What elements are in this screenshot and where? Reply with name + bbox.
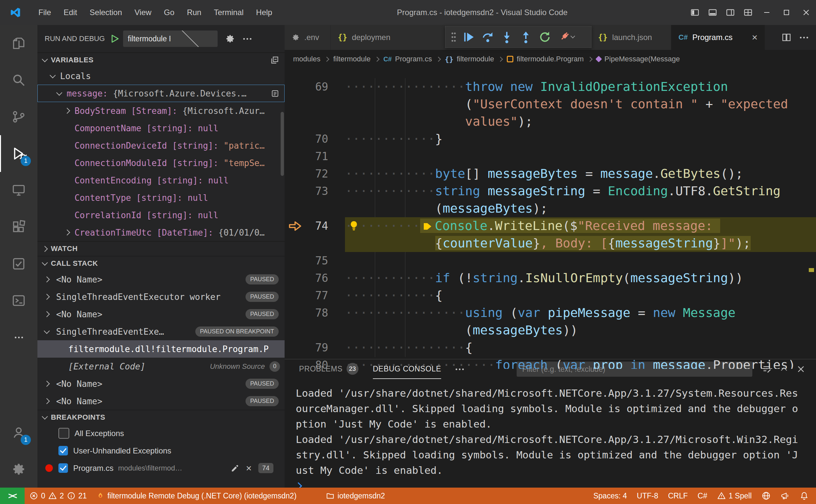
menu-edit[interactable]: Edit xyxy=(57,0,83,25)
breakpoint-gutter[interactable] xyxy=(284,113,305,130)
variable-row[interactable]: ContentEncoding [string]: null xyxy=(37,172,284,189)
breakpoint-checkbox[interactable] xyxy=(58,446,68,455)
debug-console-output[interactable]: Loaded '/usr/share/dotnet/shared/Microso… xyxy=(284,379,816,488)
breakpoint-gutter[interactable] xyxy=(284,78,305,95)
spell-checker-status[interactable]: 1 Spell xyxy=(712,488,757,504)
toggle-sidebar-icon[interactable] xyxy=(686,0,704,25)
breakpoint-row[interactable]: User-Unhandled Exceptions xyxy=(37,442,284,459)
breadcrumb-item[interactable]: {}filtermodule xyxy=(445,55,494,63)
tab-.env[interactable]: .env xyxy=(284,25,330,50)
stack-frame-row[interactable]: filtermodule.dll!filtermodule.Program.P xyxy=(37,340,284,358)
split-editor-icon[interactable] xyxy=(782,32,791,42)
tab-launch.json[interactable]: {}launch.json xyxy=(591,25,671,50)
eol-status[interactable]: CRLF xyxy=(663,488,693,504)
breadcrumb-item[interactable]: modules xyxy=(293,55,320,63)
restart-button[interactable] xyxy=(535,28,555,47)
stack-thread-row[interactable]: SingleThreadEventExecutor workerPAUSED xyxy=(37,288,284,305)
views-more-icon[interactable] xyxy=(239,30,256,47)
breakpoint-gutter[interactable] xyxy=(284,322,305,339)
search-icon[interactable] xyxy=(0,62,37,98)
breakpoint-gutter[interactable] xyxy=(284,95,305,113)
variable-row[interactable]: Locals xyxy=(37,67,284,85)
language-status[interactable]: C# xyxy=(693,488,712,504)
step-over-button[interactable] xyxy=(478,28,497,47)
code-line[interactable]: 72············byte[] messageBytes = mess… xyxy=(284,165,816,182)
breakpoint-gutter[interactable] xyxy=(284,356,305,369)
indentation-status[interactable]: Spaces: 4 xyxy=(589,488,632,504)
toggle-secondary-sidebar-icon[interactable] xyxy=(722,0,739,25)
menu-help[interactable]: Help xyxy=(250,0,278,25)
accounts-icon[interactable]: 1 xyxy=(0,414,37,451)
source-control-icon[interactable] xyxy=(0,98,37,135)
continue-button[interactable] xyxy=(459,28,478,47)
stack-frame-row[interactable]: [External Code]Unknown Source0 xyxy=(37,358,284,375)
edit-breakpoint-icon[interactable] xyxy=(231,464,239,473)
close-tab-icon[interactable]: × xyxy=(750,32,760,43)
breadcrumb-item[interactable]: PipeMessage(Message xyxy=(596,55,680,63)
code-line[interactable]: 78················using (var pipeMessage… xyxy=(284,304,816,322)
maximize-button[interactable] xyxy=(777,0,796,25)
code-line[interactable]: 79················{ xyxy=(284,339,816,356)
variable-row[interactable]: message: {Microsoft.Azure.Devices.… xyxy=(37,85,284,102)
breakpoint-gutter[interactable] xyxy=(284,252,305,269)
run-and-debug-icon[interactable]: 1 xyxy=(0,135,37,172)
code-line[interactable]: 77············{ xyxy=(284,287,816,304)
code-line[interactable]: 73············string messageString = Enc… xyxy=(284,182,816,200)
close-button[interactable] xyxy=(796,0,816,25)
code-line[interactable]: 76············if (!string.IsNullOrEmpty(… xyxy=(284,269,816,287)
launch-config-dropdown[interactable]: filtermodule Re xyxy=(123,31,218,47)
iot-terminal-icon[interactable] xyxy=(0,282,37,319)
workspace-folder[interactable]: iotedgemsdn2 xyxy=(321,488,390,504)
extensions-icon[interactable] xyxy=(0,209,37,245)
remote-indicator[interactable]: >< xyxy=(0,488,25,504)
code-line[interactable]: (messageBytes); xyxy=(284,200,816,217)
watch-section-header[interactable]: WATCH xyxy=(37,241,284,256)
breakpoint-gutter[interactable] xyxy=(284,339,305,356)
notifications-status[interactable] xyxy=(795,488,816,504)
customize-layout-icon[interactable] xyxy=(739,0,757,25)
step-into-button[interactable] xyxy=(497,28,516,47)
breakpoint-checkbox[interactable] xyxy=(58,463,68,473)
breakpoint-gutter[interactable] xyxy=(284,148,305,165)
menu-file[interactable]: File xyxy=(32,0,57,25)
explorer-icon[interactable] xyxy=(0,25,37,62)
breakpoint-gutter[interactable] xyxy=(284,200,305,217)
debug-session-status[interactable]: filtermodule Remote Debug (.NET Core) (i… xyxy=(92,488,301,504)
stack-thread-row[interactable]: <No Name>PAUSED xyxy=(37,271,284,288)
menu-terminal[interactable]: Terminal xyxy=(207,0,250,25)
tab-Program.cs[interactable]: C#Program.cs× xyxy=(671,25,765,50)
code-line[interactable]: 69················throw new InvalidOpera… xyxy=(284,78,816,95)
collapse-all-icon[interactable] xyxy=(266,52,283,69)
encoding-status[interactable]: UTF-8 xyxy=(632,488,663,504)
menu-go[interactable]: Go xyxy=(157,0,180,25)
variable-row[interactable]: CreationTimeUtc [DateTime]: {01/01/0… xyxy=(37,224,284,241)
code-line[interactable]: (messageBytes)) xyxy=(284,322,816,339)
console-input[interactable] xyxy=(296,478,816,488)
variable-row[interactable]: ConnectionModuleId [string]: "tempSe… xyxy=(37,154,284,172)
stack-thread-row[interactable]: <No Name>PAUSED xyxy=(37,305,284,323)
code-line[interactable]: ("UserContext doesn't contain " + "expec… xyxy=(284,95,816,113)
breakpoint-row[interactable]: Program.csmodules\filtermod…×74 xyxy=(37,459,284,477)
code-line[interactable]: values"); xyxy=(284,113,816,130)
breakpoint-checkbox[interactable] xyxy=(58,428,69,439)
code-line[interactable]: 75 xyxy=(284,252,816,269)
test-explorer-icon[interactable] xyxy=(0,245,37,282)
code-line[interactable]: 80····················foreach (var prop … xyxy=(284,356,816,369)
stack-thread-row[interactable]: <No Name>PAUSED xyxy=(37,392,284,410)
settings-gear-icon[interactable] xyxy=(0,451,37,488)
code-line[interactable]: 74··········Console.WriteLine($"Received… xyxy=(284,217,816,235)
code-line[interactable]: {counterValue}, Body: [{messageString}]"… xyxy=(284,235,816,252)
lightbulb-icon[interactable] xyxy=(349,221,359,231)
breakpoint-gutter[interactable] xyxy=(284,165,305,182)
breadcrumb-item[interactable]: C#Program.cs xyxy=(383,55,432,63)
breakpoint-gutter[interactable] xyxy=(284,269,305,287)
remote-explorer-icon[interactable] xyxy=(0,172,37,209)
breakpoint-gutter[interactable] xyxy=(284,304,305,322)
menu-selection[interactable]: Selection xyxy=(83,0,128,25)
variable-row[interactable]: ComponentName [string]: null xyxy=(37,119,284,137)
view-binary-icon[interactable] xyxy=(271,89,279,98)
breakpoint-gutter[interactable] xyxy=(284,235,305,252)
breakpoints-section-header[interactable]: BREAKPOINTS xyxy=(37,410,284,425)
variable-row[interactable]: BodyStream [Stream]: {Microsoft.Azur… xyxy=(37,102,284,119)
menu-view[interactable]: View xyxy=(128,0,158,25)
